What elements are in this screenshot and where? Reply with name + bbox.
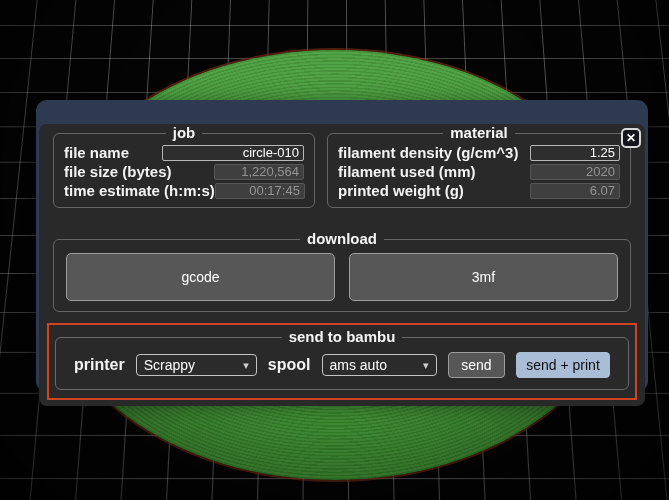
chevron-down-icon: ▾ — [423, 360, 429, 371]
close-icon: ✕ — [626, 132, 636, 144]
printed-weight-row: printed weight (g) — [338, 181, 620, 200]
download-3mf-button[interactable]: 3mf — [349, 253, 618, 301]
file-name-input[interactable] — [162, 145, 304, 161]
filament-used-label: filament used (mm) — [338, 163, 476, 180]
spool-label: spool — [268, 356, 311, 374]
download-section-legend: download — [300, 230, 384, 248]
printer-label: printer — [74, 356, 125, 374]
filament-density-input[interactable] — [530, 145, 620, 161]
job-dialog-body: ✕ job file name file size (bytes) time e… — [39, 124, 645, 406]
file-name-label: file name — [64, 144, 129, 161]
download-section: download gcode 3mf — [53, 230, 631, 312]
spool-select[interactable]: ams auto ▾ — [322, 354, 437, 376]
time-estimate-value — [215, 183, 305, 199]
send-print-button[interactable]: send + print — [516, 352, 610, 378]
filament-used-value — [530, 164, 620, 180]
job-dialog: ✕ job file name file size (bytes) time e… — [36, 100, 648, 392]
send-to-bambu-controls: printer Scrappy ▾ spool ams auto ▾ send … — [66, 347, 618, 382]
download-gcode-button[interactable]: gcode — [66, 253, 335, 301]
send-to-bambu-legend: send to bambu — [282, 328, 403, 346]
file-size-row: file size (bytes) — [64, 162, 304, 181]
filament-density-row: filament density (g/cm^3) — [338, 143, 620, 162]
download-buttons: gcode 3mf — [64, 249, 620, 301]
spool-select-value: ams auto — [330, 357, 388, 373]
close-button[interactable]: ✕ — [621, 128, 641, 148]
job-section: job file name file size (bytes) time est… — [53, 124, 315, 208]
filament-used-row: filament used (mm) — [338, 162, 620, 181]
file-size-value — [214, 164, 304, 180]
file-name-row: file name — [64, 143, 304, 162]
send-to-bambu-section: send to bambu printer Scrappy ▾ spool am… — [55, 328, 629, 390]
info-row: job file name file size (bytes) time est… — [53, 124, 631, 208]
send-button[interactable]: send — [448, 352, 505, 378]
time-estimate-label: time estimate (h:m:s) — [64, 182, 215, 199]
printed-weight-label: printed weight (g) — [338, 182, 464, 199]
printed-weight-value — [530, 183, 620, 199]
filament-density-label: filament density (g/cm^3) — [338, 144, 518, 161]
printer-select-value: Scrappy — [144, 357, 195, 373]
file-size-label: file size (bytes) — [64, 163, 172, 180]
material-section-legend: material — [443, 124, 515, 142]
time-estimate-row: time estimate (h:m:s) — [64, 181, 304, 200]
job-section-legend: job — [166, 124, 203, 142]
printer-select[interactable]: Scrappy ▾ — [136, 354, 257, 376]
send-to-bambu-highlight: send to bambu printer Scrappy ▾ spool am… — [47, 323, 637, 400]
chevron-down-icon: ▾ — [243, 360, 249, 371]
material-section: material filament density (g/cm^3) filam… — [327, 124, 631, 208]
